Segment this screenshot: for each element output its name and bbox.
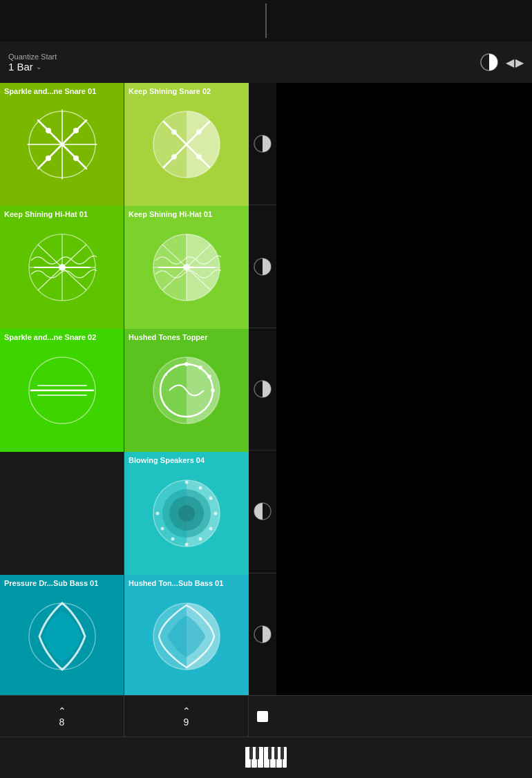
svg-point-67	[161, 527, 164, 531]
svg-point-59	[185, 481, 189, 484]
drag-line	[265, 3, 267, 38]
svg-point-68	[156, 512, 160, 515]
cell-label: Keep Shining Snare 02	[129, 87, 245, 96]
row-3-quantize-icon[interactable]	[249, 450, 276, 572]
bottom-arrow-left: ⌃	[58, 705, 66, 717]
quantize-label: Quantize Start	[8, 53, 57, 61]
quantize-value-text: 1 Bar	[8, 61, 33, 73]
cell-hihat-left[interactable]: Keep Shining Hi-Hat 01	[0, 206, 124, 329]
stop-button[interactable]	[257, 711, 268, 722]
svg-point-8	[46, 155, 51, 161]
piano-icon	[245, 747, 287, 769]
cell-visual	[124, 206, 249, 329]
svg-point-53	[164, 373, 167, 376]
grid-rows: Sparkle and...ne Snare 01	[0, 83, 249, 695]
cell-hihat-right[interactable]: Keep Shining Hi-Hat 01	[124, 206, 249, 329]
svg-rect-87	[274, 747, 278, 759]
grid-area: Sparkle and...ne Snare 01	[0, 83, 532, 695]
cell-visual	[0, 452, 124, 575]
svg-point-52	[175, 365, 178, 368]
row-2-quantize-icon[interactable]	[249, 328, 276, 450]
svg-line-24	[38, 267, 62, 290]
cell-snare-sparkle-01[interactable]: Sparkle and...ne Snare 01	[0, 83, 124, 206]
svg-point-6	[46, 128, 51, 133]
svg-point-65	[185, 543, 189, 547]
svg-point-16	[171, 154, 177, 160]
header-icons: ◀ ▶	[479, 53, 524, 72]
svg-point-63	[209, 527, 213, 531]
svg-point-14	[171, 129, 177, 135]
svg-line-20	[62, 245, 86, 267]
svg-rect-88	[281, 747, 284, 759]
svg-point-64	[199, 538, 202, 541]
svg-point-9	[73, 155, 79, 161]
cell-snare-keep-02[interactable]: Keep Shining Snare 02	[124, 83, 249, 206]
cell-label: Hushed Tones Topper	[129, 333, 245, 342]
svg-point-17	[196, 154, 202, 160]
right-empty-area	[276, 83, 532, 695]
cell-visual	[0, 575, 124, 695]
svg-rect-86	[268, 747, 272, 759]
svg-point-40	[183, 264, 190, 271]
quantize-section: Quantize Start 1 Bar ⌄	[8, 53, 479, 73]
cell-visual	[0, 83, 124, 206]
row-4-quantize-icon[interactable]	[249, 573, 276, 695]
svg-point-48	[184, 362, 189, 366]
cell-visual	[124, 452, 249, 575]
bottom-number-left: 8	[59, 717, 65, 728]
bottom-side-space	[249, 695, 276, 737]
svg-point-28	[59, 264, 66, 271]
bottom-cell-right[interactable]: ⌃ 9	[124, 695, 249, 737]
cell-visual	[0, 206, 124, 329]
nav-arrows: ◀ ▶	[506, 56, 524, 69]
quantize-dropdown-arrow: ⌄	[36, 63, 41, 70]
svg-point-49	[198, 366, 202, 370]
cell-visual	[124, 575, 249, 695]
bottom-row: ⌃ 8 ⌃ 9	[0, 695, 532, 737]
grid-row-4: Pressure Dr...Sub Bass 01 Hushed Ton...S…	[0, 575, 249, 695]
bottom-right-fill	[276, 695, 532, 737]
bottom-number-right: 9	[184, 717, 189, 728]
svg-point-50	[207, 374, 211, 379]
cell-subbass-hushed[interactable]: Hushed Ton...Sub Bass 01	[124, 575, 249, 695]
svg-point-51	[211, 388, 215, 392]
nav-right-arrow[interactable]: ▶	[515, 56, 524, 69]
app-container: Quantize Start 1 Bar ⌄ ◀ ▶	[0, 0, 532, 778]
cell-visual	[124, 329, 249, 452]
svg-point-61	[209, 497, 213, 500]
svg-point-62	[214, 512, 218, 515]
top-drag-area	[0, 0, 532, 41]
quantize-value[interactable]: 1 Bar ⌄	[8, 61, 41, 73]
svg-rect-84	[249, 747, 253, 759]
svg-rect-85	[256, 747, 259, 759]
quantize-mode-icon[interactable]	[479, 53, 499, 72]
row-1-quantize-icon[interactable]	[249, 205, 276, 327]
nav-left-arrow[interactable]: ◀	[506, 56, 514, 69]
cell-label: Sparkle and...ne Snare 02	[4, 333, 120, 342]
cell-label: Hushed Ton...Sub Bass 01	[129, 579, 245, 588]
row-0-quantize-icon[interactable]	[249, 83, 276, 205]
cell-visual	[124, 83, 249, 206]
cell-label: Sparkle and...ne Snare 01	[4, 87, 120, 96]
cell-label: Keep Shining Hi-Hat 01	[129, 210, 245, 219]
grid-row-2: Sparkle and...ne Snare 02 Hushed Tones T…	[0, 329, 249, 452]
cell-visual	[0, 329, 124, 452]
cell-hushed-tones-topper[interactable]: Hushed Tones Topper	[124, 329, 249, 452]
grid-row-3: Blowing Speakers 04	[0, 452, 249, 575]
cell-snare-sparkle-02[interactable]: Sparkle and...ne Snare 02	[0, 329, 124, 452]
svg-point-60	[199, 486, 202, 490]
bottom-cell-left[interactable]: ⌃ 8	[0, 695, 124, 737]
piano-bar[interactable]	[0, 737, 532, 778]
svg-point-7	[73, 128, 79, 133]
cell-label: Keep Shining Hi-Hat 01	[4, 210, 120, 219]
cell-blowing-speakers-04[interactable]: Blowing Speakers 04	[124, 452, 249, 575]
svg-point-15	[196, 129, 202, 135]
cell-label: Blowing Speakers 04	[129, 456, 245, 465]
cell-empty[interactable]	[0, 452, 124, 575]
cell-subbass-pressure[interactable]: Pressure Dr...Sub Bass 01	[0, 575, 124, 695]
grid-row-1: Keep Shining Hi-Hat 01	[0, 206, 249, 329]
cell-label: Pressure Dr...Sub Bass 01	[4, 579, 120, 588]
side-icons	[249, 83, 276, 695]
grid-row-0: Sparkle and...ne Snare 01	[0, 83, 249, 206]
svg-point-66	[171, 538, 175, 541]
